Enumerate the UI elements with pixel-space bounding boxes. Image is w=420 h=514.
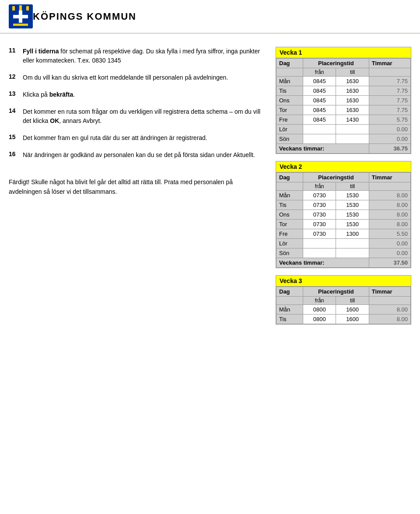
instruction-text-14: Det kommer en ruta som frågar om du verk… bbox=[23, 107, 262, 126]
week-3-col-headers: Dag Placeringstid Timmar bbox=[276, 287, 411, 297]
table-row: Ons 0845 1630 7.75 bbox=[276, 96, 411, 105]
to-tis-1: 1630 bbox=[336, 86, 369, 96]
day-tor-2: Tor bbox=[276, 220, 303, 229]
from-fre-1: 0845 bbox=[303, 115, 336, 125]
week-1-table: Dag Placeringstid Timmar från till Mån 0 bbox=[276, 58, 411, 154]
col-placeringstid-1: Placeringstid bbox=[303, 59, 369, 68]
week-2-table: Dag Placeringstid Timmar från till Mån 0 bbox=[276, 172, 411, 268]
table-row: Fre 0845 1430 5.75 bbox=[276, 115, 411, 125]
from-son-2 bbox=[303, 248, 336, 258]
main-layout: 11 Fyll i tiderna för schemat på respekt… bbox=[0, 38, 420, 340]
instruction-12: 12 Om du vill kan du skriva ett kort med… bbox=[9, 73, 262, 82]
to-fre-2: 1300 bbox=[336, 229, 369, 239]
week-2-header: Vecka 2 bbox=[276, 161, 411, 172]
day-tis-3: Tis bbox=[276, 315, 303, 324]
hours-man-2: 8.00 bbox=[369, 191, 410, 200]
instruction-15: 15 Det kommer fram en gul ruta där du se… bbox=[9, 133, 262, 143]
hours-man-3: 8.00 bbox=[369, 305, 410, 315]
from-tor-2: 0730 bbox=[303, 220, 336, 229]
from-man-1: 0845 bbox=[303, 77, 336, 86]
hours-lor-2: 0.00 bbox=[369, 239, 410, 248]
site-title: KÖPINGS KOMMUN bbox=[33, 11, 136, 22]
col-fran-1: från bbox=[303, 68, 336, 77]
week-1-subheaders: från till bbox=[276, 68, 411, 77]
week-2-section: Vecka 2 Dag Placeringstid Timmar från ti… bbox=[276, 161, 411, 268]
page-header: KÖPINGS KOMMUN bbox=[0, 0, 420, 34]
to-tor-1: 1630 bbox=[336, 105, 369, 115]
to-tis-3: 1600 bbox=[336, 315, 369, 324]
week-2-total-row: Veckans timmar: 37.50 bbox=[276, 258, 411, 268]
table-row: Tis 0800 1600 8.00 bbox=[276, 315, 411, 324]
to-son-1 bbox=[336, 134, 369, 144]
instruction-num-11: 11 bbox=[9, 47, 18, 65]
to-lor-1 bbox=[336, 125, 369, 134]
hours-tis-2: 8.00 bbox=[369, 200, 410, 210]
hours-fre-1: 5.75 bbox=[369, 115, 410, 125]
svg-rect-3 bbox=[26, 6, 29, 10]
to-fre-1: 1430 bbox=[336, 115, 369, 125]
instruction-num-12: 12 bbox=[9, 73, 18, 82]
to-man-1: 1630 bbox=[336, 77, 369, 86]
svg-rect-1 bbox=[12, 6, 15, 10]
instructions-panel: 11 Fyll i tiderna för schemat på respekt… bbox=[9, 47, 267, 332]
week-1-col-headers: Dag Placeringstid Timmar bbox=[276, 59, 411, 68]
from-tis-1: 0845 bbox=[303, 86, 336, 96]
logo-icon bbox=[9, 4, 33, 28]
instruction-11: 11 Fyll i tiderna för schemat på respekt… bbox=[9, 47, 262, 65]
instruction-14: 14 Det kommer en ruta som frågar om du v… bbox=[9, 107, 262, 126]
to-ons-1: 1630 bbox=[336, 96, 369, 105]
instruction-num-15: 15 bbox=[9, 133, 18, 143]
col-till-3: till bbox=[336, 297, 369, 305]
day-son-2: Sön bbox=[276, 248, 303, 258]
hours-tis-3: 8.00 bbox=[369, 315, 410, 324]
week-1-total-value: 36.75 bbox=[369, 144, 410, 154]
hours-tor-2: 8.00 bbox=[369, 220, 410, 229]
hours-fre-2: 5.50 bbox=[369, 229, 410, 239]
col-dag-2: Dag bbox=[276, 173, 303, 182]
hours-ons-1: 7.75 bbox=[369, 96, 410, 105]
from-man-3: 0800 bbox=[303, 305, 336, 315]
instruction-13: 13 Klicka på bekräfta. bbox=[9, 90, 262, 99]
col-timmar-1: Timmar bbox=[369, 59, 410, 68]
col-till-1: till bbox=[336, 68, 369, 77]
week-1-section: Vecka 1 Dag Placeringstid Timmar från ti… bbox=[276, 47, 411, 154]
table-row: Mån 0730 1530 8.00 bbox=[276, 191, 411, 200]
instruction-text-11: Fyll i tiderna för schemat på respektive… bbox=[23, 47, 262, 65]
week-2-subheaders: från till bbox=[276, 182, 411, 191]
week-3-subheaders: från till bbox=[276, 297, 411, 305]
table-row: Sön 0.00 bbox=[276, 248, 411, 258]
day-man-2: Mån bbox=[276, 191, 303, 200]
to-tis-2: 1530 bbox=[336, 200, 369, 210]
to-man-2: 1530 bbox=[336, 191, 369, 200]
week-3-header: Vecka 3 bbox=[276, 276, 411, 287]
hours-tor-1: 7.75 bbox=[369, 105, 410, 115]
week-2-total-label: Veckans timmar: bbox=[276, 258, 369, 268]
table-row: Tor 0730 1530 8.00 bbox=[276, 220, 411, 229]
week-2-col-headers: Dag Placeringstid Timmar bbox=[276, 173, 411, 182]
hours-son-2: 0.00 bbox=[369, 248, 410, 258]
instruction-text-13: Klicka på bekräfta. bbox=[23, 90, 75, 99]
day-fre-2: Fre bbox=[276, 229, 303, 239]
week-1-total-row: Veckans timmar: 36.75 bbox=[276, 144, 411, 154]
day-fre-1: Fre bbox=[276, 115, 303, 125]
day-son-1: Sön bbox=[276, 134, 303, 144]
table-row: Sön 0.00 bbox=[276, 134, 411, 144]
instruction-text-15: Det kommer fram en gul ruta där du ser a… bbox=[23, 133, 207, 143]
schedule-panel: Vecka 1 Dag Placeringstid Timmar från ti… bbox=[276, 47, 411, 332]
day-tor-1: Tor bbox=[276, 105, 303, 115]
instruction-text-12: Om du vill kan du skriva ett kort meddel… bbox=[23, 73, 228, 82]
day-ons-2: Ons bbox=[276, 210, 303, 220]
from-tis-3: 0800 bbox=[303, 315, 336, 324]
instruction-num-14: 14 bbox=[9, 107, 18, 126]
table-row: Lör 0.00 bbox=[276, 239, 411, 248]
from-man-2: 0730 bbox=[303, 191, 336, 200]
col-fran-2: från bbox=[303, 182, 336, 191]
to-tor-2: 1530 bbox=[336, 220, 369, 229]
col-timmar-2: Timmar bbox=[369, 173, 410, 182]
hours-son-1: 0.00 bbox=[369, 134, 410, 144]
day-tis-2: Tis bbox=[276, 200, 303, 210]
instruction-16: 16 När ändringen är godkänd av personale… bbox=[9, 150, 262, 160]
hours-lor-1: 0.00 bbox=[369, 125, 410, 134]
table-row: Tis 0845 1630 7.75 bbox=[276, 86, 411, 96]
footer-text: Färdigt! Skulle något ha blivit fel går … bbox=[9, 177, 262, 197]
